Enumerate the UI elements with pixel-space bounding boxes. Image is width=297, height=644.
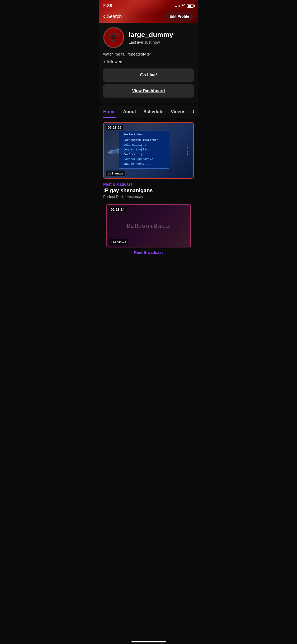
nav-bar: ‹ Search Edit Profile [99,10,198,23]
video-preview-1: Perfect Menu Carrington Institute Solo M… [104,123,193,178]
back-arrow-icon: ‹ [103,13,105,20]
username: large_dummy [129,31,194,39]
search-nav-label: Search [107,14,122,19]
profile-info: large_dummy Last live Just now [129,31,194,44]
menu-item-5: Counter-Operative [124,157,165,162]
video-duration-1: 05:23:26 [106,125,123,130]
options-left-text: OPTIONS [140,145,143,156]
video-views-1: 361 views [106,171,125,176]
status-icons [175,4,194,8]
battery-icon [187,4,194,8]
video-duration-2: 02:18:14 [109,207,126,212]
search-back-button[interactable]: ‹ Search [103,13,122,20]
followers-count: 7 followers [103,59,194,64]
content-area: Perfect Menu Carrington Institute Solo M… [99,118,198,259]
profile-top: large_dummy Last live Just now [103,27,194,48]
options-right-text: OPTIONS [186,145,188,156]
tab-about[interactable]: About [123,105,136,118]
profile-section: large_dummy Last live Just now watch me … [99,23,198,103]
menu-item-4: Co-Operative [124,152,165,157]
video-preview-2: 02:18:14 BERIGHTBACK 141 views [107,205,190,247]
tab-clips[interactable]: Clips [193,105,194,118]
video-views-2: 141 views [109,239,128,245]
go-live-button[interactable]: Go Live! [103,68,194,82]
menu-item-6: Change Agent... [124,162,165,166]
game-menu: Perfect Menu Carrington Institute Solo M… [119,131,169,169]
status-time: 2:38 [103,3,112,8]
tab-schedule[interactable]: Schedule [143,105,163,118]
view-dashboard-button[interactable]: View Dashboard [103,84,194,98]
broadcast-thumbnail-1[interactable]: Perfect Menu Carrington Institute Solo M… [103,122,194,179]
menu-item-3: Combat Simulator [124,147,165,152]
tabs-section: Home About Schedule Videos Clips [99,105,198,118]
menu-item-1: Carrington Institute [124,138,165,142]
past-broadcast-label-2: Past Broadcast [103,250,194,255]
menu-title: Perfect Menu [124,133,165,136]
svg-point-5 [114,36,115,37]
broadcast-thumbnail-2[interactable]: 02:18:14 BERIGHTBACK 141 views [106,204,191,247]
past-broadcast-label-1: Past Broadcast [103,182,194,186]
tab-home[interactable]: Home [103,105,116,118]
tabs-row: Home About Schedule Videos Clips [103,105,194,118]
broadcast-title-1: :P gay shenanigans [103,187,194,194]
menu-item-2: Solo Missions [124,142,165,147]
bio-text: watch me fail repeatedly ;P [103,52,194,56]
edit-profile-button[interactable]: Edit Profile [165,12,194,21]
avatar [103,27,124,48]
signal-bars-icon [175,5,180,7]
status-bar: 2:38 [99,0,198,10]
brb-graphic: BERIGHTBACK [127,223,171,229]
last-live: Last live Just now [129,40,194,44]
tab-videos[interactable]: Videos [171,105,185,118]
broadcast-meta-1: Perfect Dark · Yesterday [103,195,194,199]
wifi-icon [181,4,185,8]
